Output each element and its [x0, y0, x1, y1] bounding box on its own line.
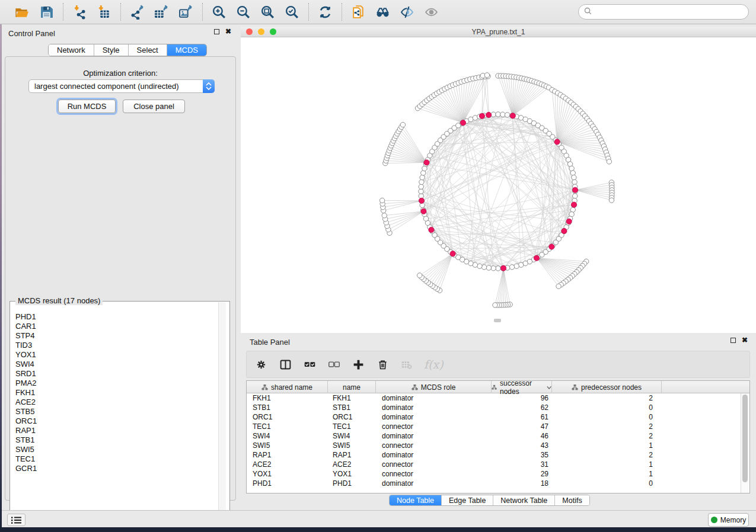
- cell-MCDS-role: dominator: [376, 451, 492, 459]
- cell-name: FKH1: [328, 394, 376, 402]
- column-header-name[interactable]: name: [328, 381, 376, 393]
- tab-node-table[interactable]: Node Table: [390, 495, 442, 505]
- table-row[interactable]: TEC1TEC1connector472: [247, 422, 749, 431]
- search-box[interactable]: [578, 4, 749, 20]
- column-header-predecessor-nodes[interactable]: predecessor nodes: [552, 381, 662, 393]
- tab-network[interactable]: Network: [49, 44, 94, 56]
- zoom-in-icon[interactable]: [211, 4, 227, 20]
- table-row[interactable]: YOX1YOX1connector291: [247, 469, 749, 479]
- cell-predecessor-nodes: 2: [552, 451, 662, 459]
- column-header-MCDS-role[interactable]: MCDS role: [376, 381, 492, 393]
- cell-predecessor-nodes: 0: [552, 403, 662, 412]
- tab-network-table[interactable]: Network Table: [493, 495, 555, 505]
- cell-name: RAP1: [328, 451, 376, 459]
- search-input[interactable]: [595, 8, 737, 16]
- graphics-details-icon[interactable]: [399, 4, 415, 20]
- cell-shared-name: STB1: [247, 403, 328, 412]
- deselect-all-icon[interactable]: [327, 357, 341, 371]
- mcds-result-item[interactable]: TEC1: [15, 454, 219, 464]
- select-all-icon[interactable]: [302, 357, 317, 371]
- mcds-result-item[interactable]: TID3: [15, 341, 219, 350]
- export-network-icon[interactable]: [129, 4, 145, 20]
- table-row[interactable]: SWI4SWI4dominator462: [247, 431, 749, 441]
- mcds-result-item[interactable]: SWI4: [15, 360, 219, 369]
- table-row[interactable]: SWI5SWI5connector431: [247, 441, 749, 450]
- task-history-button[interactable]: [7, 514, 25, 526]
- table-row[interactable]: RAP1RAP1dominator352: [247, 450, 749, 460]
- application-window: Control Panel ✖ NetworkStyleSelectMCDS O…: [0, 0, 756, 532]
- zoom-out-icon[interactable]: [235, 4, 251, 20]
- show-columns-icon[interactable]: [278, 357, 292, 371]
- status-bar: Memory: [2, 510, 756, 527]
- node-table[interactable]: shared namenameMCDS rolesuccessor nodesp…: [246, 380, 750, 493]
- cell-name: SWI4: [328, 432, 376, 440]
- cell-successor-nodes: 47: [492, 422, 552, 431]
- refresh-icon[interactable]: [317, 4, 333, 20]
- mcds-result-item[interactable]: FKH1: [15, 388, 219, 398]
- cell-successor-nodes: 31: [492, 460, 552, 469]
- float-table-panel-icon[interactable]: [731, 338, 736, 343]
- mcds-result-item[interactable]: ACE2: [15, 398, 219, 407]
- splitter-handle[interactable]: [494, 319, 501, 322]
- import-network-file-icon[interactable]: [72, 4, 88, 20]
- mcds-result-item[interactable]: PHD1: [15, 312, 219, 322]
- mcds-result-item[interactable]: PMA2: [15, 379, 219, 388]
- selected-option: largest connected component (undirected): [29, 82, 203, 91]
- optimization-criterion-select[interactable]: largest connected component (undirected): [28, 79, 215, 93]
- column-label: name: [343, 383, 361, 392]
- tab-edge-table[interactable]: Edge Table: [442, 495, 493, 505]
- zoom-fit-icon[interactable]: [260, 4, 276, 20]
- add-column-icon[interactable]: [351, 357, 365, 371]
- network-graph: [241, 37, 756, 333]
- tab-select[interactable]: Select: [129, 44, 167, 56]
- table-row[interactable]: STB1STB1dominator620: [247, 403, 749, 412]
- zoom-selected-icon[interactable]: [284, 4, 300, 20]
- mcds-result-list[interactable]: PHD1CAR1STP4TID3YOX1SWI4SRD1PMA2FKH1ACE2…: [10, 305, 219, 517]
- mcds-result-item[interactable]: GCR1: [15, 464, 219, 473]
- memory-button[interactable]: Memory: [708, 513, 749, 527]
- close-panel-icon[interactable]: ✖: [225, 29, 231, 34]
- mcds-result-item[interactable]: CAR1: [15, 322, 219, 331]
- export-image-icon[interactable]: [178, 4, 194, 20]
- table-row[interactable]: ORC1ORC1dominator610: [247, 412, 749, 422]
- close-table-panel-icon[interactable]: ✖: [742, 338, 748, 343]
- mcds-result-item[interactable]: RAP1: [15, 426, 219, 435]
- table-scrollbar-thumb[interactable]: [742, 395, 748, 482]
- result-scrollbar[interactable]: [218, 302, 226, 521]
- clone-network-icon[interactable]: [350, 4, 366, 20]
- column-header-successor-nodes[interactable]: successor nodes: [492, 381, 552, 393]
- run-mcds-button[interactable]: Run MCDS: [58, 100, 116, 113]
- mcds-result-item[interactable]: YOX1: [15, 350, 219, 360]
- close-panel-button[interactable]: Close panel: [123, 100, 185, 113]
- float-panel-icon[interactable]: [214, 29, 219, 34]
- cell-MCDS-role: dominator: [376, 413, 492, 421]
- tab-motifs[interactable]: Motifs: [555, 495, 589, 505]
- tab-style[interactable]: Style: [94, 44, 129, 56]
- import-table-file-icon[interactable]: [96, 4, 112, 20]
- table-mode-gear-icon[interactable]: [254, 357, 268, 371]
- table-row[interactable]: PHD1PHD1dominator180: [247, 479, 749, 488]
- table-scrollbar[interactable]: [741, 393, 749, 493]
- column-header-shared-name[interactable]: shared name: [247, 381, 328, 393]
- open-session-icon[interactable]: [14, 4, 30, 20]
- table-row[interactable]: FKH1FKH1dominator962: [247, 393, 749, 403]
- mcds-result-item[interactable]: STB5: [15, 407, 219, 416]
- cell-MCDS-role: dominator: [376, 403, 492, 412]
- cell-predecessor-nodes: 1: [552, 441, 662, 450]
- cell-MCDS-role: dominator: [376, 394, 492, 402]
- save-session-icon[interactable]: [39, 4, 55, 20]
- table-toolbar: f(x): [246, 351, 750, 378]
- table-row[interactable]: ACE2ACE2connector311: [247, 460, 749, 469]
- mcds-result-item[interactable]: SRD1: [15, 369, 219, 379]
- mcds-result-item[interactable]: ORC1: [15, 416, 219, 426]
- delete-column-icon[interactable]: [375, 357, 390, 371]
- mcds-result-item[interactable]: STB1: [15, 435, 219, 445]
- tab-mcds[interactable]: MCDS: [167, 44, 206, 56]
- find-icon[interactable]: [375, 4, 391, 20]
- export-table-icon[interactable]: [154, 4, 170, 20]
- network-canvas[interactable]: [241, 37, 756, 333]
- mcds-result-item[interactable]: STP4: [15, 331, 219, 341]
- cell-name: ORC1: [328, 413, 376, 421]
- network-window-titlebar[interactable]: YPA_prune.txt_1: [241, 27, 756, 37]
- mcds-result-item[interactable]: SWI5: [15, 445, 219, 454]
